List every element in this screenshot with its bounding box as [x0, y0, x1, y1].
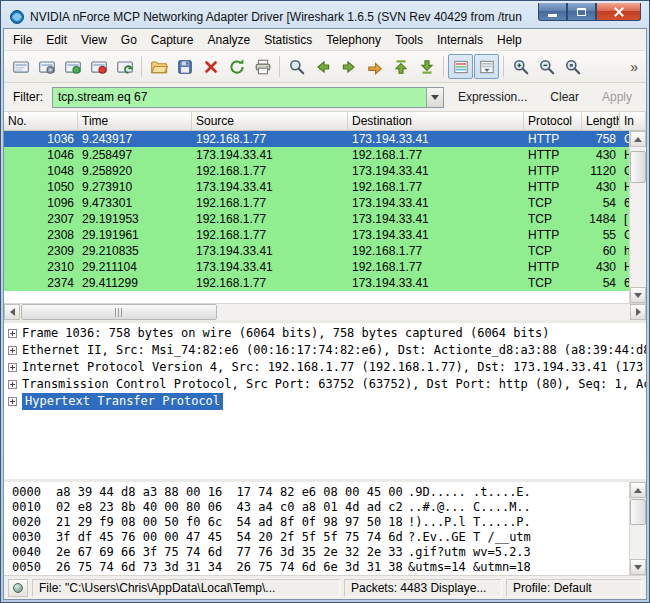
packet-length: 54 [582, 195, 620, 211]
hex-vscrollbar[interactable] [629, 482, 646, 575]
expression-button[interactable]: Expression... [449, 87, 536, 107]
apply-button[interactable]: Apply [593, 87, 641, 107]
menu-go[interactable]: Go [114, 30, 144, 50]
list-interfaces-button[interactable] [8, 54, 33, 79]
packet-row[interactable]: 1048 9.258920 192.168.1.77 173.194.33.41… [4, 163, 646, 179]
go-to-packet-button[interactable] [362, 54, 387, 79]
filter-dropdown-button[interactable] [426, 88, 443, 107]
open-file-button[interactable] [146, 54, 171, 79]
go-to-top-button[interactable] [388, 54, 413, 79]
menu-telephony[interactable]: Telephony [319, 30, 388, 50]
packet-time: 29.411299 [78, 275, 192, 291]
packet-row[interactable]: 2374 29.411299 192.168.1.77 173.194.33.4… [4, 275, 646, 291]
detail-row-ethernet[interactable]: Ethernet II, Src: Msi_74:82:e6 (00:16:17… [4, 342, 646, 359]
packet-list-vscrollbar[interactable] [629, 131, 646, 303]
menu-statistics[interactable]: Statistics [257, 30, 319, 50]
toolbar-overflow-chevron[interactable]: » [626, 59, 642, 75]
packet-row[interactable]: 1036 9.243917 192.168.1.77 173.194.33.41… [4, 131, 646, 147]
autoscroll-toggle-button[interactable] [474, 54, 499, 79]
column-header-length[interactable]: Length [582, 112, 620, 130]
scroll-up-button[interactable] [630, 482, 646, 498]
packet-row[interactable]: 2310 29.211104 173.194.33.41 192.168.1.7… [4, 259, 646, 275]
expand-plus-icon[interactable] [8, 380, 17, 389]
close-button[interactable] [596, 3, 641, 21]
detail-row-tcp[interactable]: Transmission Control Protocol, Src Port:… [4, 376, 646, 393]
packet-protocol: HTTP [524, 179, 582, 195]
menu-tools[interactable]: Tools [388, 30, 430, 50]
packet-source: 192.168.1.77 [192, 211, 348, 227]
find-packet-button[interactable] [284, 54, 309, 79]
window-controls [538, 3, 641, 21]
packet-no: 2307 [4, 211, 78, 227]
capture-restart-button[interactable] [112, 54, 137, 79]
filter-input[interactable] [53, 88, 426, 107]
packet-row[interactable]: 1050 9.273910 173.194.33.41 192.168.1.77… [4, 179, 646, 195]
print-button[interactable] [250, 54, 275, 79]
go-forward-button[interactable] [336, 54, 361, 79]
packet-row[interactable]: 2308 29.191961 192.168.1.77 173.194.33.4… [4, 227, 646, 243]
menu-view[interactable]: View [74, 30, 114, 50]
hscroll-thumb[interactable] [21, 304, 217, 320]
status-profile[interactable]: Profile: Default [506, 579, 642, 597]
reload-button[interactable] [224, 54, 249, 79]
scroll-left-button[interactable] [4, 304, 20, 320]
vscroll-thumb[interactable] [630, 151, 646, 183]
filter-label-button[interactable]: Filter: [9, 88, 47, 106]
detail-row-ip[interactable]: Internet Protocol Version 4, Src: 192.16… [4, 359, 646, 376]
menu-internals[interactable]: Internals [430, 30, 490, 50]
save-file-button[interactable] [172, 54, 197, 79]
go-to-bottom-button[interactable] [414, 54, 439, 79]
autoscroll-icon [478, 58, 496, 76]
hex-bytes: 21 29 f9 08 00 50 f0 6c 54 ad 8f 0f 98 9… [56, 515, 408, 530]
packet-protocol: TCP [524, 195, 582, 211]
hex-vscroll-thumb[interactable] [630, 499, 646, 525]
detail-row-http[interactable]: Hypertext Transfer Protocol [4, 393, 646, 410]
menu-capture[interactable]: Capture [144, 30, 201, 50]
hex-offset: 0050 [12, 560, 56, 575]
scroll-right-button[interactable] [630, 304, 646, 320]
column-header-protocol[interactable]: Protocol [524, 112, 582, 130]
capture-start-button[interactable] [60, 54, 85, 79]
packet-list-hscrollbar[interactable] [4, 303, 646, 320]
expand-plus-icon[interactable] [8, 397, 17, 406]
menu-analyze[interactable]: Analyze [201, 30, 258, 50]
column-header-source[interactable]: Source [192, 112, 348, 130]
expand-plus-icon[interactable] [8, 363, 17, 372]
expert-info-button[interactable] [8, 579, 28, 597]
zoom-in-button[interactable] [508, 54, 533, 79]
scroll-down-button[interactable] [630, 559, 646, 575]
column-header-no[interactable]: No. [4, 112, 78, 130]
menu-edit[interactable]: Edit [39, 30, 74, 50]
zoom-normal-button[interactable] [560, 54, 585, 79]
capture-options-button[interactable] [34, 54, 59, 79]
maximize-button[interactable] [567, 3, 596, 21]
column-header-destination[interactable]: Destination [348, 112, 524, 130]
menu-help[interactable]: Help [490, 30, 529, 50]
open-folder-icon [150, 58, 168, 76]
packet-row[interactable]: 2309 29.210835 173.194.33.41 192.168.1.7… [4, 243, 646, 259]
packet-row[interactable]: 1096 9.473301 192.168.1.77 173.194.33.41… [4, 195, 646, 211]
hex-offset: 0000 [12, 485, 56, 500]
zoom-out-button[interactable] [534, 54, 559, 79]
column-header-time[interactable]: Time [78, 112, 192, 130]
go-back-button[interactable] [310, 54, 335, 79]
scroll-down-button[interactable] [630, 287, 646, 303]
packet-row[interactable]: 1046 9.258497 173.194.33.41 192.168.1.77… [4, 147, 646, 163]
packet-row[interactable]: 2307 29.191953 192.168.1.77 173.194.33.4… [4, 211, 646, 227]
clear-button[interactable]: Clear [541, 87, 588, 107]
close-file-button[interactable] [198, 54, 223, 79]
colorize-toggle-button[interactable] [448, 54, 473, 79]
expand-plus-icon[interactable] [8, 329, 17, 338]
expand-plus-icon[interactable] [8, 346, 17, 355]
window-title: NVIDIA nForce MCP Networking Adapter Dri… [30, 10, 522, 24]
column-header-info[interactable]: In [620, 112, 646, 130]
hex-dump-pane[interactable]: 0000 a8 39 44 d8 a3 88 00 16 17 74 82 e6… [4, 482, 646, 575]
minimize-button[interactable] [538, 3, 567, 21]
detail-row-frame[interactable]: Frame 1036: 758 bytes on wire (6064 bits… [4, 325, 646, 342]
arrow-right-icon [636, 308, 641, 316]
menu-file[interactable]: File [6, 30, 39, 50]
scroll-up-button[interactable] [630, 131, 646, 147]
packet-destination: 192.168.1.77 [348, 179, 524, 195]
capture-stop-button[interactable] [86, 54, 111, 79]
detail-text: Internet Protocol Version 4, Src: 192.16… [22, 359, 646, 376]
